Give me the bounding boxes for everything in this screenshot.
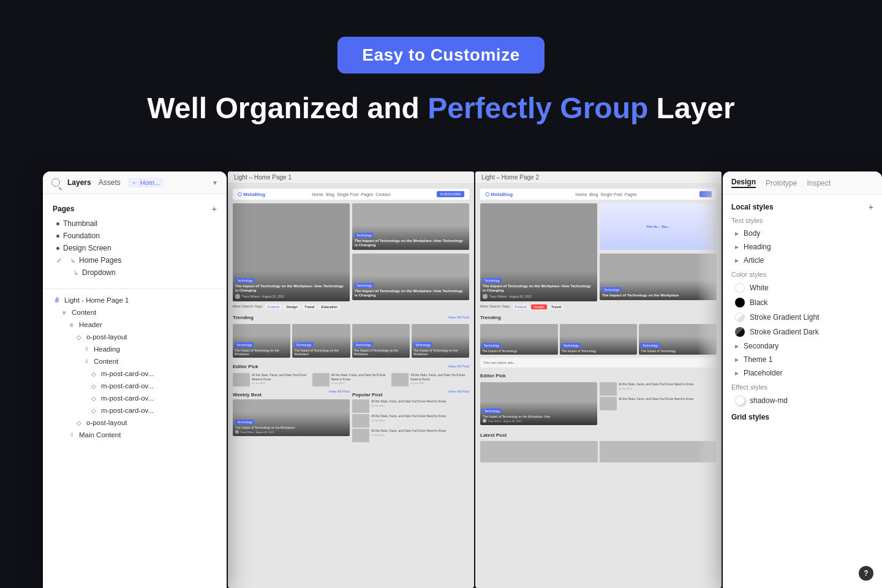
pages-header: Pages + xyxy=(53,204,217,214)
headline-part1: Well Organized and xyxy=(147,92,428,124)
weekly-main-card: Technology The Impact of Technology on t… xyxy=(233,399,350,436)
editor-text: All the Stats, Facts, and Data You'll Ev… xyxy=(371,399,446,407)
layer-item-content[interactable]: ≡ Content xyxy=(48,306,222,318)
page-item-design-screen[interactable]: Design Screen xyxy=(53,242,217,254)
style-item-body[interactable]: ▶ Body xyxy=(731,227,873,240)
layer-item-m-post-card-4[interactable]: ◇ m-post-card-ov... xyxy=(48,404,222,417)
style-label: White xyxy=(750,284,769,292)
text-styles-title: Text styles xyxy=(731,217,873,224)
page-item-home-pages[interactable]: ✓ ↳ Home Pages xyxy=(53,254,217,266)
blog-tag: Technology xyxy=(294,342,313,347)
arrow-icon: ▶ xyxy=(735,357,739,363)
tab-inspect[interactable]: Inspect xyxy=(807,179,831,187)
local-styles-header: Local styles + xyxy=(731,202,873,212)
layer-item-o-post-layout-1[interactable]: ◇ o-post-layout xyxy=(48,331,222,343)
latest-card xyxy=(480,441,598,462)
editor-item: All the Stats, Facts, and Data You'll Ev… xyxy=(600,397,717,410)
layer-label: Light - Home Page 1 xyxy=(64,296,129,304)
effect-item-shadow[interactable]: shadow-md xyxy=(731,393,873,408)
layer-label: Content xyxy=(72,309,96,316)
popular-item: All the Stats, Facts, and Data You'll Ev… xyxy=(352,399,469,413)
tag-item: Health xyxy=(531,304,546,309)
local-styles-title: Local styles xyxy=(731,203,774,211)
layer-item-o-post-layout-2[interactable]: ◇ o-post-layout xyxy=(48,417,222,429)
blog-logo: ⬡ MetaBlog xyxy=(238,192,265,197)
blog-nav-2: ⬡ MetaBlog Home Blog Single Post Pages xyxy=(480,189,717,200)
editor-pick-header-2: Editor Pick xyxy=(480,371,717,380)
color-swatch-stroke-dark xyxy=(735,327,745,337)
card-content: Technology The Impact of Technology on t… xyxy=(480,271,597,301)
nav-link: Blog xyxy=(326,192,334,197)
page-label: Dropdown xyxy=(82,268,116,277)
add-page-button[interactable]: + xyxy=(212,204,217,214)
hero-card-right-top: Technology The Impact of Technology on t… xyxy=(352,203,469,250)
trending-grid-2: Technology The Impact of Technology Tech… xyxy=(480,324,717,355)
style-label: Placeholder xyxy=(744,369,782,377)
page-item-thumbnail[interactable]: Thumbnail xyxy=(53,217,217,230)
style-item-placeholder[interactable]: ▶ Placeholder xyxy=(731,366,873,380)
layer-item-m-post-card-1[interactable]: ◇ m-post-card-ov... xyxy=(48,368,222,380)
style-item-theme[interactable]: ▶ Theme 1 xyxy=(731,353,873,366)
layer-label: Header xyxy=(79,321,102,328)
canvas-page-1-inner: ⬡ MetaBlog Home Blog Single Post Pages C… xyxy=(228,184,474,586)
nav-link: Pages xyxy=(361,192,373,197)
style-item-stroke-light[interactable]: Stroke Gradient Light xyxy=(731,310,873,325)
chevron-icon: ▼ xyxy=(212,179,218,186)
diamond-icon: ◇ xyxy=(89,382,98,390)
blog-tag: Technology xyxy=(355,233,374,238)
card-title: The Impact of Technology on the Workplac… xyxy=(602,293,714,298)
page-item-foundation[interactable]: Foundation xyxy=(53,230,217,242)
tab-prototype[interactable]: Prototype xyxy=(766,179,797,187)
arrow-icon: ▶ xyxy=(735,258,739,263)
blog-nav-links: Home Blog Single Post Pages Contact xyxy=(312,192,390,197)
style-item-black[interactable]: Black xyxy=(731,295,873,310)
tab-assets[interactable]: Assets xyxy=(99,178,121,187)
style-item-stroke-dark[interactable]: Stroke Gradient Dark xyxy=(731,325,873,339)
color-swatch-stroke-light xyxy=(735,312,745,322)
style-label: Article xyxy=(744,256,764,265)
style-item-article[interactable]: ▶ Article xyxy=(731,254,873,267)
latest-post-title: Latest Post xyxy=(480,432,507,438)
author: Tracy Wilson · August 20, 2022 xyxy=(489,295,532,298)
page-item-dropdown[interactable]: ↳ Dropdown xyxy=(53,266,217,279)
most-search-label: Most Search Tags: xyxy=(233,304,263,309)
panel-content: Pages + Thumbnail Foundation Design Scre… xyxy=(43,194,227,586)
layer-item-m-post-card-3[interactable]: ◇ m-post-card-ov... xyxy=(48,392,222,404)
layer-item-home-page[interactable]: # Light - Home Page 1 xyxy=(48,294,222,306)
layer-item-heading[interactable]: ⦀ Heading xyxy=(48,343,222,355)
style-item-heading[interactable]: ▶ Heading xyxy=(731,240,873,254)
style-label: Body xyxy=(744,229,760,238)
author: Tracy Wilson · August 20, 2022 xyxy=(240,431,274,434)
add-style-button[interactable]: + xyxy=(869,202,873,212)
arrow-icon: ▶ xyxy=(735,371,739,376)
color-swatch-black xyxy=(735,298,745,307)
help-button[interactable]: ? xyxy=(859,566,873,581)
nav-link: Contact xyxy=(375,192,390,197)
style-item-white[interactable]: White xyxy=(731,281,873,295)
tab-layers[interactable]: Layers xyxy=(67,178,91,187)
layer-item-m-post-card-2[interactable]: ◇ m-post-card-ov... xyxy=(48,380,222,392)
layer-item-content-sub[interactable]: ⦀ Content xyxy=(48,355,222,368)
editor-text: All the Stats, Facts, and Data You'll Ev… xyxy=(252,373,311,385)
style-item-secondary[interactable]: ▶ Secondary xyxy=(731,339,873,353)
avatar xyxy=(483,419,486,423)
hero-card-2-bottom: Technology The Impact of Technology on t… xyxy=(600,254,717,300)
card-content: Technology The Impact of Technology on t… xyxy=(600,280,717,300)
blog-tag: Technology xyxy=(354,342,373,347)
layer-item-header[interactable]: ≡ Header xyxy=(48,318,222,331)
pages-title: Pages xyxy=(53,205,74,213)
card-title: The Impact of Technology on the Workplac… xyxy=(413,349,467,356)
tab-breadcrumb[interactable]: ← Hom... xyxy=(128,178,164,187)
tab-design[interactable]: Design xyxy=(731,178,756,188)
editor-grid-2: Technology The Impact of Technology on t… xyxy=(480,382,717,425)
canvas-page-2: Light – Home Page 2 ⬡ MetaBlog Home Blog… xyxy=(475,172,722,588)
layer-item-main-content[interactable]: ⦀ Main Content xyxy=(48,429,222,441)
weekly-best-col: Weekly Best View All Post Technology The… xyxy=(233,390,350,442)
search-icon[interactable] xyxy=(51,178,60,187)
popular-post-col: Popular Post View All Post All the Stats… xyxy=(352,390,469,442)
view-all: View All Post xyxy=(448,364,469,368)
page-label: Foundation xyxy=(63,232,100,240)
card-overlay-text: The th... Tec... xyxy=(645,224,672,230)
blog-tag: Technology xyxy=(483,278,502,283)
style-label: Secondary xyxy=(744,342,778,350)
